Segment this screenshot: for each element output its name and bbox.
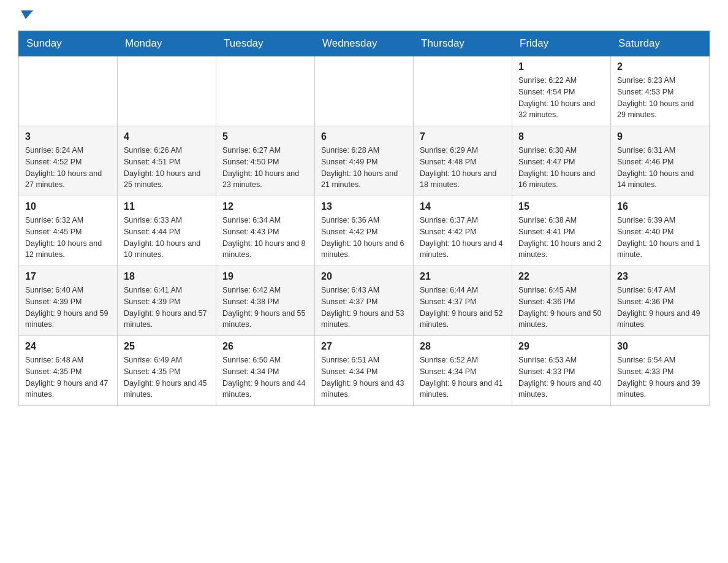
- day-number: 11: [124, 201, 210, 212]
- day-number: 24: [25, 341, 111, 352]
- day-number: 28: [420, 341, 506, 352]
- calendar-cell: 10Sunrise: 6:32 AM Sunset: 4:45 PM Dayli…: [19, 196, 118, 266]
- day-info: Sunrise: 6:41 AM Sunset: 4:39 PM Dayligh…: [124, 285, 210, 331]
- day-info: Sunrise: 6:38 AM Sunset: 4:41 PM Dayligh…: [518, 215, 604, 261]
- day-info: Sunrise: 6:33 AM Sunset: 4:44 PM Dayligh…: [124, 215, 210, 261]
- weekday-header-row: SundayMondayTuesdayWednesdayThursdayFrid…: [19, 31, 710, 56]
- day-info: Sunrise: 6:36 AM Sunset: 4:42 PM Dayligh…: [321, 215, 407, 261]
- calendar-cell: 7Sunrise: 6:29 AM Sunset: 4:48 PM Daylig…: [414, 126, 512, 196]
- day-info: Sunrise: 6:32 AM Sunset: 4:45 PM Dayligh…: [25, 215, 111, 261]
- page-header: [18, 12, 710, 21]
- day-number: 5: [222, 131, 308, 142]
- day-info: Sunrise: 6:27 AM Sunset: 4:50 PM Dayligh…: [222, 145, 308, 191]
- calendar-cell: 3Sunrise: 6:24 AM Sunset: 4:52 PM Daylig…: [19, 126, 118, 196]
- calendar-cell: 2Sunrise: 6:23 AM Sunset: 4:53 PM Daylig…: [611, 56, 710, 126]
- calendar-cell: 8Sunrise: 6:30 AM Sunset: 4:47 PM Daylig…: [512, 126, 611, 196]
- calendar-cell: 27Sunrise: 6:51 AM Sunset: 4:34 PM Dayli…: [315, 336, 414, 406]
- day-info: Sunrise: 6:28 AM Sunset: 4:49 PM Dayligh…: [321, 145, 407, 191]
- day-number: 18: [124, 271, 210, 282]
- day-number: 9: [617, 131, 703, 142]
- day-number: 14: [420, 201, 506, 212]
- day-number: 16: [617, 201, 703, 212]
- day-number: 20: [321, 271, 407, 282]
- day-info: Sunrise: 6:22 AM Sunset: 4:54 PM Dayligh…: [518, 75, 604, 121]
- day-number: 10: [25, 201, 111, 212]
- calendar-cell: [118, 56, 216, 126]
- day-info: Sunrise: 6:23 AM Sunset: 4:53 PM Dayligh…: [617, 75, 703, 121]
- calendar-cell: 28Sunrise: 6:52 AM Sunset: 4:34 PM Dayli…: [414, 336, 512, 406]
- day-number: 4: [124, 131, 210, 142]
- calendar-cell: 1Sunrise: 6:22 AM Sunset: 4:54 PM Daylig…: [512, 56, 611, 126]
- calendar-week-5: 24Sunrise: 6:48 AM Sunset: 4:35 PM Dayli…: [19, 336, 710, 406]
- day-number: 26: [222, 341, 308, 352]
- calendar-cell: [414, 56, 512, 126]
- day-number: 12: [222, 201, 308, 212]
- day-info: Sunrise: 6:34 AM Sunset: 4:43 PM Dayligh…: [222, 215, 308, 261]
- day-info: Sunrise: 6:45 AM Sunset: 4:36 PM Dayligh…: [518, 285, 604, 331]
- day-number: 29: [518, 341, 604, 352]
- day-info: Sunrise: 6:40 AM Sunset: 4:39 PM Dayligh…: [25, 285, 111, 331]
- calendar-cell: 25Sunrise: 6:49 AM Sunset: 4:35 PM Dayli…: [118, 336, 216, 406]
- calendar-week-3: 10Sunrise: 6:32 AM Sunset: 4:45 PM Dayli…: [19, 196, 710, 266]
- day-info: Sunrise: 6:54 AM Sunset: 4:33 PM Dayligh…: [617, 354, 703, 400]
- day-info: Sunrise: 6:52 AM Sunset: 4:34 PM Dayligh…: [420, 354, 506, 400]
- day-number: 6: [321, 131, 407, 142]
- day-number: 27: [321, 341, 407, 352]
- calendar-week-1: 1Sunrise: 6:22 AM Sunset: 4:54 PM Daylig…: [19, 56, 710, 126]
- day-number: 13: [321, 201, 407, 212]
- weekday-header-friday: Friday: [512, 31, 611, 56]
- day-info: Sunrise: 6:37 AM Sunset: 4:42 PM Dayligh…: [420, 215, 506, 261]
- calendar-cell: 11Sunrise: 6:33 AM Sunset: 4:44 PM Dayli…: [118, 196, 216, 266]
- day-number: 19: [222, 271, 308, 282]
- calendar-cell: [216, 56, 315, 126]
- weekday-header-sunday: Sunday: [19, 31, 118, 56]
- logo: [18, 12, 32, 21]
- weekday-header-tuesday: Tuesday: [216, 31, 315, 56]
- day-info: Sunrise: 6:47 AM Sunset: 4:36 PM Dayligh…: [617, 285, 703, 331]
- calendar-cell: 24Sunrise: 6:48 AM Sunset: 4:35 PM Dayli…: [19, 336, 118, 406]
- day-info: Sunrise: 6:48 AM Sunset: 4:35 PM Dayligh…: [25, 354, 111, 400]
- calendar-cell: 17Sunrise: 6:40 AM Sunset: 4:39 PM Dayli…: [19, 266, 118, 336]
- calendar-cell: 22Sunrise: 6:45 AM Sunset: 4:36 PM Dayli…: [512, 266, 611, 336]
- day-info: Sunrise: 6:44 AM Sunset: 4:37 PM Dayligh…: [420, 285, 506, 331]
- calendar-cell: 23Sunrise: 6:47 AM Sunset: 4:36 PM Dayli…: [611, 266, 710, 336]
- calendar-cell: 21Sunrise: 6:44 AM Sunset: 4:37 PM Dayli…: [414, 266, 512, 336]
- day-number: 23: [617, 271, 703, 282]
- day-info: Sunrise: 6:53 AM Sunset: 4:33 PM Dayligh…: [518, 354, 604, 400]
- calendar-cell: 18Sunrise: 6:41 AM Sunset: 4:39 PM Dayli…: [118, 266, 216, 336]
- day-info: Sunrise: 6:29 AM Sunset: 4:48 PM Dayligh…: [420, 145, 506, 191]
- calendar-cell: [315, 56, 414, 126]
- weekday-header-wednesday: Wednesday: [315, 31, 414, 56]
- calendar-cell: 6Sunrise: 6:28 AM Sunset: 4:49 PM Daylig…: [315, 126, 414, 196]
- calendar-cell: 19Sunrise: 6:42 AM Sunset: 4:38 PM Dayli…: [216, 266, 315, 336]
- calendar-cell: 9Sunrise: 6:31 AM Sunset: 4:46 PM Daylig…: [611, 126, 710, 196]
- weekday-header-saturday: Saturday: [611, 31, 710, 56]
- calendar-cell: 26Sunrise: 6:50 AM Sunset: 4:34 PM Dayli…: [216, 336, 315, 406]
- calendar-cell: 13Sunrise: 6:36 AM Sunset: 4:42 PM Dayli…: [315, 196, 414, 266]
- day-number: 15: [518, 201, 604, 212]
- calendar-cell: [19, 56, 118, 126]
- calendar-week-4: 17Sunrise: 6:40 AM Sunset: 4:39 PM Dayli…: [19, 266, 710, 336]
- calendar-table: SundayMondayTuesdayWednesdayThursdayFrid…: [18, 31, 710, 406]
- day-number: 8: [518, 131, 604, 142]
- calendar-cell: 5Sunrise: 6:27 AM Sunset: 4:50 PM Daylig…: [216, 126, 315, 196]
- day-number: 7: [420, 131, 506, 142]
- calendar-cell: 4Sunrise: 6:26 AM Sunset: 4:51 PM Daylig…: [118, 126, 216, 196]
- calendar-cell: 29Sunrise: 6:53 AM Sunset: 4:33 PM Dayli…: [512, 336, 611, 406]
- day-info: Sunrise: 6:49 AM Sunset: 4:35 PM Dayligh…: [124, 354, 210, 400]
- day-info: Sunrise: 6:42 AM Sunset: 4:38 PM Dayligh…: [222, 285, 308, 331]
- day-number: 25: [124, 341, 210, 352]
- day-info: Sunrise: 6:50 AM Sunset: 4:34 PM Dayligh…: [222, 354, 308, 400]
- day-number: 3: [25, 131, 111, 142]
- weekday-header-thursday: Thursday: [414, 31, 512, 56]
- calendar-cell: 16Sunrise: 6:39 AM Sunset: 4:40 PM Dayli…: [611, 196, 710, 266]
- calendar-cell: 14Sunrise: 6:37 AM Sunset: 4:42 PM Dayli…: [414, 196, 512, 266]
- day-number: 22: [518, 271, 604, 282]
- weekday-header-monday: Monday: [118, 31, 216, 56]
- logo-arrow-icon: [20, 10, 33, 19]
- day-info: Sunrise: 6:24 AM Sunset: 4:52 PM Dayligh…: [25, 145, 111, 191]
- calendar-cell: 30Sunrise: 6:54 AM Sunset: 4:33 PM Dayli…: [611, 336, 710, 406]
- day-number: 2: [617, 61, 703, 72]
- day-number: 17: [25, 271, 111, 282]
- day-info: Sunrise: 6:26 AM Sunset: 4:51 PM Dayligh…: [124, 145, 210, 191]
